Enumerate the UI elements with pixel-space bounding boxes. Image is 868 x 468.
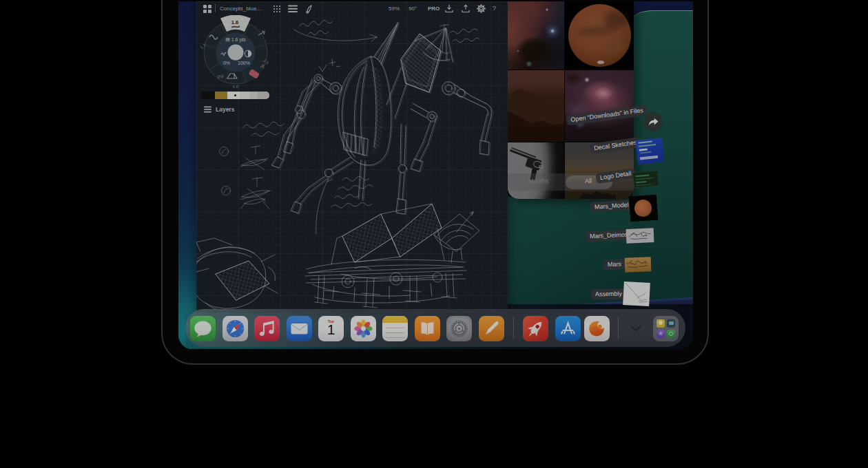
svg-text:1.6: 1.6 [231, 19, 238, 25]
svg-text:▤ 1.6 pts: ▤ 1.6 pts [225, 37, 246, 43]
svg-text:100%: 100% [238, 61, 250, 65]
svg-text:0%: 0% [223, 61, 230, 65]
svg-text:6.8: 6.8 [233, 85, 239, 89]
